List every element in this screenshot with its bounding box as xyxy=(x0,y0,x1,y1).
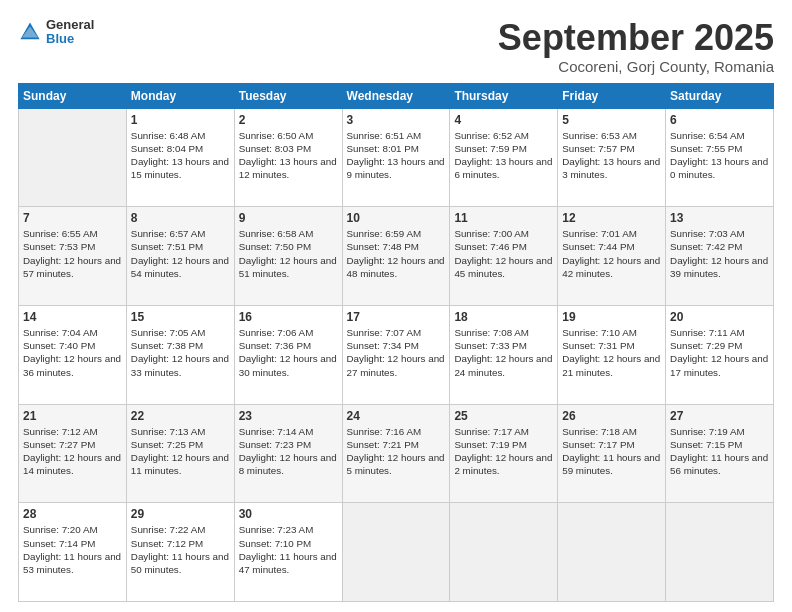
day-number: 3 xyxy=(347,113,446,127)
day-number: 7 xyxy=(23,211,122,225)
day-number: 19 xyxy=(562,310,661,324)
day-cell: 21Sunrise: 7:12 AM Sunset: 7:27 PM Dayli… xyxy=(19,404,127,503)
col-wednesday: Wednesday xyxy=(342,83,450,108)
svg-marker-1 xyxy=(22,27,38,38)
day-info: Sunrise: 6:53 AM Sunset: 7:57 PM Dayligh… xyxy=(562,129,661,182)
day-cell xyxy=(450,503,558,602)
logo: General Blue xyxy=(18,18,94,47)
day-number: 26 xyxy=(562,409,661,423)
title-section: September 2025 Cocoreni, Gorj County, Ro… xyxy=(498,18,774,75)
col-thursday: Thursday xyxy=(450,83,558,108)
day-cell: 28Sunrise: 7:20 AM Sunset: 7:14 PM Dayli… xyxy=(19,503,127,602)
col-monday: Monday xyxy=(126,83,234,108)
day-info: Sunrise: 6:48 AM Sunset: 8:04 PM Dayligh… xyxy=(131,129,230,182)
day-number: 16 xyxy=(239,310,338,324)
week-row-2: 7Sunrise: 6:55 AM Sunset: 7:53 PM Daylig… xyxy=(19,207,774,306)
logo-text: General Blue xyxy=(46,18,94,47)
day-info: Sunrise: 7:08 AM Sunset: 7:33 PM Dayligh… xyxy=(454,326,553,379)
header-row: Sunday Monday Tuesday Wednesday Thursday… xyxy=(19,83,774,108)
col-tuesday: Tuesday xyxy=(234,83,342,108)
day-cell: 10Sunrise: 6:59 AM Sunset: 7:48 PM Dayli… xyxy=(342,207,450,306)
calendar-body: 1Sunrise: 6:48 AM Sunset: 8:04 PM Daylig… xyxy=(19,108,774,601)
day-info: Sunrise: 7:20 AM Sunset: 7:14 PM Dayligh… xyxy=(23,523,122,576)
day-cell: 26Sunrise: 7:18 AM Sunset: 7:17 PM Dayli… xyxy=(558,404,666,503)
day-info: Sunrise: 7:18 AM Sunset: 7:17 PM Dayligh… xyxy=(562,425,661,478)
day-info: Sunrise: 7:13 AM Sunset: 7:25 PM Dayligh… xyxy=(131,425,230,478)
month-title: September 2025 xyxy=(498,18,774,58)
day-cell: 9Sunrise: 6:58 AM Sunset: 7:50 PM Daylig… xyxy=(234,207,342,306)
day-info: Sunrise: 7:14 AM Sunset: 7:23 PM Dayligh… xyxy=(239,425,338,478)
day-info: Sunrise: 6:55 AM Sunset: 7:53 PM Dayligh… xyxy=(23,227,122,280)
day-info: Sunrise: 7:03 AM Sunset: 7:42 PM Dayligh… xyxy=(670,227,769,280)
day-cell: 23Sunrise: 7:14 AM Sunset: 7:23 PM Dayli… xyxy=(234,404,342,503)
day-number: 12 xyxy=(562,211,661,225)
day-cell: 1Sunrise: 6:48 AM Sunset: 8:04 PM Daylig… xyxy=(126,108,234,207)
day-cell: 4Sunrise: 6:52 AM Sunset: 7:59 PM Daylig… xyxy=(450,108,558,207)
day-number: 18 xyxy=(454,310,553,324)
logo-general: General xyxy=(46,18,94,32)
day-number: 13 xyxy=(670,211,769,225)
day-info: Sunrise: 7:11 AM Sunset: 7:29 PM Dayligh… xyxy=(670,326,769,379)
day-cell: 2Sunrise: 6:50 AM Sunset: 8:03 PM Daylig… xyxy=(234,108,342,207)
day-cell: 6Sunrise: 6:54 AM Sunset: 7:55 PM Daylig… xyxy=(666,108,774,207)
day-cell xyxy=(666,503,774,602)
day-info: Sunrise: 6:52 AM Sunset: 7:59 PM Dayligh… xyxy=(454,129,553,182)
day-cell: 22Sunrise: 7:13 AM Sunset: 7:25 PM Dayli… xyxy=(126,404,234,503)
week-row-5: 28Sunrise: 7:20 AM Sunset: 7:14 PM Dayli… xyxy=(19,503,774,602)
day-number: 6 xyxy=(670,113,769,127)
day-number: 28 xyxy=(23,507,122,521)
day-info: Sunrise: 6:54 AM Sunset: 7:55 PM Dayligh… xyxy=(670,129,769,182)
day-cell: 27Sunrise: 7:19 AM Sunset: 7:15 PM Dayli… xyxy=(666,404,774,503)
day-info: Sunrise: 7:00 AM Sunset: 7:46 PM Dayligh… xyxy=(454,227,553,280)
day-number: 11 xyxy=(454,211,553,225)
logo-icon xyxy=(18,20,42,44)
day-cell: 3Sunrise: 6:51 AM Sunset: 8:01 PM Daylig… xyxy=(342,108,450,207)
day-info: Sunrise: 7:05 AM Sunset: 7:38 PM Dayligh… xyxy=(131,326,230,379)
day-info: Sunrise: 7:23 AM Sunset: 7:10 PM Dayligh… xyxy=(239,523,338,576)
day-number: 27 xyxy=(670,409,769,423)
day-cell: 16Sunrise: 7:06 AM Sunset: 7:36 PM Dayli… xyxy=(234,305,342,404)
day-cell: 30Sunrise: 7:23 AM Sunset: 7:10 PM Dayli… xyxy=(234,503,342,602)
day-info: Sunrise: 6:51 AM Sunset: 8:01 PM Dayligh… xyxy=(347,129,446,182)
day-cell xyxy=(19,108,127,207)
day-number: 2 xyxy=(239,113,338,127)
week-row-1: 1Sunrise: 6:48 AM Sunset: 8:04 PM Daylig… xyxy=(19,108,774,207)
location: Cocoreni, Gorj County, Romania xyxy=(498,58,774,75)
day-info: Sunrise: 7:01 AM Sunset: 7:44 PM Dayligh… xyxy=(562,227,661,280)
day-info: Sunrise: 6:59 AM Sunset: 7:48 PM Dayligh… xyxy=(347,227,446,280)
day-number: 15 xyxy=(131,310,230,324)
day-number: 30 xyxy=(239,507,338,521)
logo-blue: Blue xyxy=(46,32,94,46)
day-number: 9 xyxy=(239,211,338,225)
day-info: Sunrise: 7:07 AM Sunset: 7:34 PM Dayligh… xyxy=(347,326,446,379)
day-number: 22 xyxy=(131,409,230,423)
day-number: 5 xyxy=(562,113,661,127)
day-info: Sunrise: 7:10 AM Sunset: 7:31 PM Dayligh… xyxy=(562,326,661,379)
col-saturday: Saturday xyxy=(666,83,774,108)
day-number: 4 xyxy=(454,113,553,127)
day-cell: 8Sunrise: 6:57 AM Sunset: 7:51 PM Daylig… xyxy=(126,207,234,306)
day-info: Sunrise: 6:58 AM Sunset: 7:50 PM Dayligh… xyxy=(239,227,338,280)
col-friday: Friday xyxy=(558,83,666,108)
day-number: 24 xyxy=(347,409,446,423)
day-number: 14 xyxy=(23,310,122,324)
day-cell: 25Sunrise: 7:17 AM Sunset: 7:19 PM Dayli… xyxy=(450,404,558,503)
day-info: Sunrise: 7:12 AM Sunset: 7:27 PM Dayligh… xyxy=(23,425,122,478)
day-cell: 7Sunrise: 6:55 AM Sunset: 7:53 PM Daylig… xyxy=(19,207,127,306)
day-cell: 18Sunrise: 7:08 AM Sunset: 7:33 PM Dayli… xyxy=(450,305,558,404)
calendar-header: Sunday Monday Tuesday Wednesday Thursday… xyxy=(19,83,774,108)
week-row-3: 14Sunrise: 7:04 AM Sunset: 7:40 PM Dayli… xyxy=(19,305,774,404)
day-info: Sunrise: 7:22 AM Sunset: 7:12 PM Dayligh… xyxy=(131,523,230,576)
day-number: 23 xyxy=(239,409,338,423)
day-info: Sunrise: 7:17 AM Sunset: 7:19 PM Dayligh… xyxy=(454,425,553,478)
day-number: 17 xyxy=(347,310,446,324)
day-cell: 20Sunrise: 7:11 AM Sunset: 7:29 PM Dayli… xyxy=(666,305,774,404)
day-info: Sunrise: 6:50 AM Sunset: 8:03 PM Dayligh… xyxy=(239,129,338,182)
day-cell: 15Sunrise: 7:05 AM Sunset: 7:38 PM Dayli… xyxy=(126,305,234,404)
col-sunday: Sunday xyxy=(19,83,127,108)
day-number: 21 xyxy=(23,409,122,423)
day-number: 8 xyxy=(131,211,230,225)
day-cell: 12Sunrise: 7:01 AM Sunset: 7:44 PM Dayli… xyxy=(558,207,666,306)
day-cell: 11Sunrise: 7:00 AM Sunset: 7:46 PM Dayli… xyxy=(450,207,558,306)
day-number: 29 xyxy=(131,507,230,521)
